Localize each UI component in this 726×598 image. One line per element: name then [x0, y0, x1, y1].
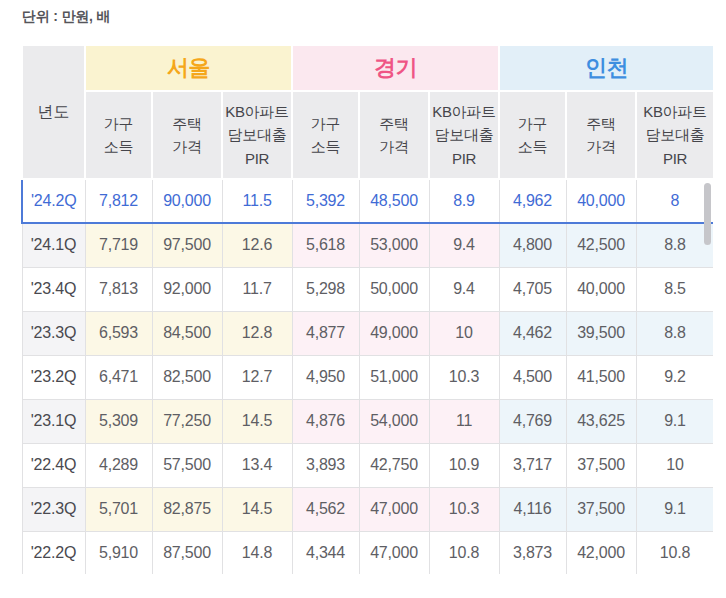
- subheader-cell: KB아파트담보대출PIR: [636, 91, 713, 179]
- value-cell: 4,705: [499, 267, 566, 311]
- subheader-line: 담보대출: [223, 123, 291, 146]
- value-cell: 10.3: [429, 355, 499, 399]
- subheader-line: 가구: [293, 112, 358, 135]
- value-cell: 9.1: [636, 399, 713, 443]
- subheader-cell: 가구소득: [85, 91, 152, 179]
- value-cell: 6,471: [85, 355, 152, 399]
- subheader-line: 주택: [153, 112, 221, 135]
- pir-table-container[interactable]: 년도 서울 경기 인천 가구소득주택가격KB아파트담보대출PIR가구소득주택가격…: [21, 44, 713, 574]
- value-cell: 11.5: [222, 179, 292, 223]
- value-cell: 8.8: [636, 311, 713, 355]
- value-cell: 4,877: [292, 311, 359, 355]
- subheader-line: 소득: [86, 135, 151, 158]
- year-cell: '22.3Q: [22, 487, 85, 531]
- value-cell: 54,000: [359, 399, 429, 443]
- year-column-header: 년도: [22, 45, 85, 179]
- value-cell: 87,500: [152, 531, 222, 574]
- value-cell: 92,000: [152, 267, 222, 311]
- value-cell: 6,593: [85, 311, 152, 355]
- table-row[interactable]: '22.4Q4,28957,50013.43,89342,75010.93,71…: [22, 443, 713, 487]
- value-cell: 9.1: [636, 487, 713, 531]
- value-cell: 40,000: [566, 179, 636, 223]
- value-cell: 47,000: [359, 487, 429, 531]
- value-cell: 49,000: [359, 311, 429, 355]
- value-cell: 10.8: [636, 531, 713, 574]
- value-cell: 10.3: [429, 487, 499, 531]
- table-row[interactable]: '24.1Q7,71997,50012.65,61853,0009.44,800…: [22, 223, 713, 267]
- value-cell: 3,873: [499, 531, 566, 574]
- value-cell: 37,500: [566, 487, 636, 531]
- subheader-line: 소득: [293, 135, 358, 158]
- value-cell: 4,962: [499, 179, 566, 223]
- value-cell: 82,500: [152, 355, 222, 399]
- year-cell: '22.2Q: [22, 531, 85, 574]
- value-cell: 8: [636, 179, 713, 223]
- value-cell: 5,298: [292, 267, 359, 311]
- value-cell: 42,000: [566, 531, 636, 574]
- value-cell: 40,000: [566, 267, 636, 311]
- region-header-seoul: 서울: [85, 45, 292, 91]
- subheader-line: PIR: [637, 147, 713, 170]
- table-row[interactable]: '23.2Q6,47182,50012.74,95051,00010.34,50…: [22, 355, 713, 399]
- value-cell: 14.5: [222, 487, 292, 531]
- value-cell: 43,625: [566, 399, 636, 443]
- year-cell: '23.3Q: [22, 311, 85, 355]
- table-row[interactable]: '24.2Q7,81290,00011.55,39248,5008.94,962…: [22, 179, 713, 223]
- value-cell: 10.8: [429, 531, 499, 574]
- subheader-cell: 주택가격: [152, 91, 222, 179]
- table-row[interactable]: '22.3Q5,70182,87514.54,56247,00010.34,11…: [22, 487, 713, 531]
- value-cell: 4,344: [292, 531, 359, 574]
- year-cell: '24.1Q: [22, 223, 85, 267]
- value-cell: 42,500: [566, 223, 636, 267]
- subheader-cell: 주택가격: [566, 91, 636, 179]
- value-cell: 57,500: [152, 443, 222, 487]
- value-cell: 9.4: [429, 223, 499, 267]
- value-cell: 90,000: [152, 179, 222, 223]
- value-cell: 10: [636, 443, 713, 487]
- value-cell: 97,500: [152, 223, 222, 267]
- value-cell: 9.4: [429, 267, 499, 311]
- subheader-line: KB아파트: [637, 100, 713, 123]
- value-cell: 4,769: [499, 399, 566, 443]
- value-cell: 3,893: [292, 443, 359, 487]
- value-cell: 4,462: [499, 311, 566, 355]
- value-cell: 10.9: [429, 443, 499, 487]
- value-cell: 39,500: [566, 311, 636, 355]
- subheader-line: 가격: [567, 135, 635, 158]
- value-cell: 11.7: [222, 267, 292, 311]
- subheader-line: PIR: [223, 147, 291, 170]
- subheader-line: 주택: [567, 112, 635, 135]
- value-cell: 77,250: [152, 399, 222, 443]
- table-row[interactable]: '22.2Q5,91087,50014.84,34447,00010.83,87…: [22, 531, 713, 574]
- region-header-gyeonggi: 경기: [292, 45, 499, 91]
- value-cell: 37,500: [566, 443, 636, 487]
- subheader-line: 주택: [360, 112, 428, 135]
- subheader-line: 가구: [500, 112, 565, 135]
- year-cell: '23.4Q: [22, 267, 85, 311]
- subheader-line: 담보대출: [637, 123, 713, 146]
- scrollbar-thumb[interactable]: [704, 183, 711, 245]
- subheader-line: 가격: [360, 135, 428, 158]
- value-cell: 13.4: [222, 443, 292, 487]
- value-cell: 12.8: [222, 311, 292, 355]
- value-cell: 53,000: [359, 223, 429, 267]
- value-cell: 5,701: [85, 487, 152, 531]
- value-cell: 5,392: [292, 179, 359, 223]
- subheader-line: KB아파트: [430, 100, 498, 123]
- value-cell: 4,289: [85, 443, 152, 487]
- page: 단위 : 만원, 배 년도 서울 경기 인천 가구소득주택가격KB아파트담보대출…: [0, 0, 726, 598]
- value-cell: 7,812: [85, 179, 152, 223]
- value-cell: 4,876: [292, 399, 359, 443]
- value-cell: 41,500: [566, 355, 636, 399]
- value-cell: 14.8: [222, 531, 292, 574]
- table-row[interactable]: '23.1Q5,30977,25014.54,87654,000114,7694…: [22, 399, 713, 443]
- year-cell: '24.2Q: [22, 179, 85, 223]
- value-cell: 82,875: [152, 487, 222, 531]
- value-cell: 8.9: [429, 179, 499, 223]
- table-row[interactable]: '23.4Q7,81392,00011.75,29850,0009.44,705…: [22, 267, 713, 311]
- unit-label: 단위 : 만원, 배: [22, 8, 110, 26]
- value-cell: 8.5: [636, 267, 713, 311]
- subheader-line: 담보대출: [430, 123, 498, 146]
- year-cell: '23.2Q: [22, 355, 85, 399]
- table-row[interactable]: '23.3Q6,59384,50012.84,87749,000104,4623…: [22, 311, 713, 355]
